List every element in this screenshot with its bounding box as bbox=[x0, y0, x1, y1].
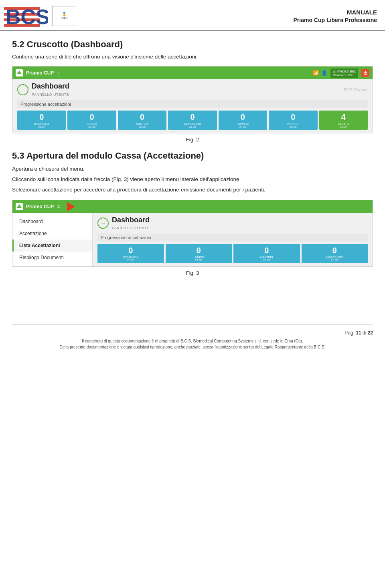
logo-area: BCS 🏅 I.Net bbox=[4, 4, 76, 28]
tile-number: 0 bbox=[90, 113, 94, 121]
svg-marker-6 bbox=[17, 70, 22, 74]
section-53-para2: Cliccando sull'icona indicata dalla frec… bbox=[12, 175, 373, 183]
day-tile: 4 SABATO 26.09 bbox=[319, 111, 368, 130]
tile-number: 0 bbox=[264, 246, 269, 254]
dashboard-header-2: → Dashboard PANNELLO UTENTE bbox=[97, 216, 368, 231]
page-content: 5.2 Cruscotto (Dashboard) Contiene una s… bbox=[0, 31, 385, 316]
footer-legal: Il contenuto di questa documentazione è … bbox=[12, 338, 373, 350]
legal-line-2: Della presente documentazione è vietata … bbox=[12, 344, 373, 350]
dashboard-title-1: Dashboard bbox=[32, 83, 69, 91]
tile-day: LUNEDÌ bbox=[193, 256, 204, 259]
logout-button-1[interactable]: ⏻ bbox=[361, 69, 369, 77]
page-footer: Pag. 11 di 22 Il contenuto di questa doc… bbox=[0, 328, 385, 353]
app-mockup-fig3: Priamo CUP ≡ DashboardAccettazioneLista … bbox=[12, 200, 373, 267]
tile-date: 25.09 bbox=[290, 125, 297, 128]
day-tile: 0 LUNEDÌ 21.09 bbox=[67, 111, 116, 130]
app-main-2: → Dashboard PANNELLO UTENTE Progressione… bbox=[93, 213, 373, 267]
header-manuale: MANUALE bbox=[294, 8, 377, 16]
prog-label-1: Progressione accettazioni bbox=[17, 100, 368, 108]
app-body-1: → Dashboard PANNELLO UTENTE BCS Priamo P… bbox=[12, 79, 373, 133]
tile-day: MERCOLEDÌ bbox=[184, 123, 201, 125]
day-tile: 0 MARTEDÌ 22.09 bbox=[118, 111, 166, 130]
tile-day: VENERDÌ bbox=[287, 123, 299, 125]
sidebar-menu-item[interactable]: Riepilogo Documenti bbox=[12, 252, 92, 264]
app-topbar-1: Priamo CUP ≡ 📶 👤 w. medico test BSA-WS-U… bbox=[12, 66, 373, 79]
header-subtitle: Priamo Cup Libera Professione bbox=[294, 16, 377, 24]
dashboard-title-block-1: → Dashboard PANNELLO UTENTE bbox=[17, 83, 69, 97]
tile-day: MARTEDÌ bbox=[136, 123, 148, 125]
app-sidebar-2: DashboardAccettazioneLista AccettazioniR… bbox=[12, 213, 93, 267]
section-53-para1: Apertura e chiusura del menu. bbox=[12, 165, 373, 173]
topbar-brand-1: Priamo CUP bbox=[26, 70, 54, 76]
wifi-icon: 📶 bbox=[313, 70, 319, 76]
page-current: 11 bbox=[356, 330, 361, 336]
day-tile: 0 LUNEDÌ 21.09 bbox=[166, 244, 232, 263]
section-53-heading: 5.3 Apertura del modulo Cassa (Accettazi… bbox=[12, 151, 373, 161]
user-sub-1: BSA-WS-UP2 bbox=[333, 73, 356, 77]
tile-date: 26.09 bbox=[38, 125, 45, 128]
tile-number: 0 bbox=[39, 113, 44, 121]
cert-label: I.Net bbox=[61, 16, 67, 20]
tile-date: 26.09 bbox=[340, 125, 347, 128]
page-sep: di bbox=[363, 330, 366, 336]
tile-number: 0 bbox=[291, 113, 295, 121]
dashboard-subtitle-2: PANNELLO UTENTE bbox=[112, 226, 149, 230]
section-52-heading: 5.2 Cruscotto (Dashboard) bbox=[12, 39, 373, 50]
sidebar-menu-item[interactable]: Accettazione bbox=[12, 228, 92, 240]
svg-marker-7 bbox=[17, 204, 22, 208]
tile-day: MERCOLEDÌ bbox=[326, 256, 343, 259]
sidebar-menu-item[interactable]: Lista Accettazioni bbox=[12, 240, 92, 252]
dashboard-text-1: Dashboard PANNELLO UTENTE bbox=[32, 83, 69, 97]
topbar-icons-1: 📶 👤 bbox=[313, 70, 327, 76]
brand-icon-1 bbox=[16, 69, 23, 77]
footer-separator bbox=[12, 324, 373, 324]
day-tile: 0 DOMENICA 26.09 bbox=[17, 111, 66, 130]
page-header: BCS 🏅 I.Net MANUALE Priamo Cup Libera Pr… bbox=[0, 0, 385, 31]
brand-icon-2 bbox=[16, 203, 23, 210]
tile-day: DOMENICA bbox=[123, 256, 138, 259]
topbar-left-2: Priamo CUP ≡ bbox=[16, 202, 83, 211]
topbar-right-1: 📶 👤 w. medico test BSA-WS-UP2 ⏻ bbox=[313, 68, 369, 78]
tile-day: MARTEDÌ bbox=[260, 256, 273, 259]
tile-number: 0 bbox=[197, 246, 201, 254]
day-tile: 0 MERCOLEDÌ 23.09 bbox=[302, 244, 368, 263]
header-title: MANUALE Priamo Cup Libera Professione bbox=[294, 8, 377, 24]
tile-day: SABATO bbox=[338, 123, 349, 125]
dashboard-circle-icon-2: → bbox=[97, 217, 109, 229]
dashboard-title-2: Dashboard bbox=[112, 216, 150, 224]
dashboard-header-1: → Dashboard PANNELLO UTENTE BCS Priamo bbox=[17, 83, 368, 97]
tile-number: 0 bbox=[241, 113, 245, 121]
dashboard-text-2: Dashboard PANNELLO UTENTE bbox=[112, 216, 150, 231]
fig2-caption: Fig. 2 bbox=[12, 137, 373, 143]
tile-number: 0 bbox=[190, 113, 195, 121]
section-52-intro: Contiene una serie di tile che offrono u… bbox=[12, 54, 373, 60]
tile-date: 22.09 bbox=[139, 125, 146, 128]
tile-date: 22.09 bbox=[263, 259, 270, 262]
day-tiles-1: 0 DOMENICA 26.09 0 LUNEDÌ 21.09 0 MARTED… bbox=[17, 111, 368, 130]
hamburger-icon-1[interactable]: ≡ bbox=[57, 70, 60, 76]
app-topbar-2: Priamo CUP ≡ bbox=[12, 200, 373, 213]
bcs-logo: BCS bbox=[4, 4, 48, 28]
page-total: 22 bbox=[368, 330, 373, 336]
dashboard-title-block-2: → Dashboard PANNELLO UTENTE bbox=[97, 216, 150, 231]
day-tiles-2: 0 DOMENICA 20.09 0 LUNEDÌ 21.09 0 MARTED… bbox=[97, 244, 368, 263]
person-icon: 👤 bbox=[321, 70, 327, 76]
dashboard-subtitle-1: PANNELLO UTENTE bbox=[32, 93, 69, 97]
tile-date: 20.09 bbox=[127, 259, 134, 262]
hamburger-icon-2[interactable]: ≡ bbox=[57, 203, 60, 210]
day-tile: 0 DOMENICA 20.09 bbox=[97, 244, 164, 263]
tile-number: 0 bbox=[128, 246, 133, 254]
bcs-label-1: BCS Priamo bbox=[343, 87, 368, 92]
tile-number: 4 bbox=[341, 113, 346, 121]
tile-date: 23.09 bbox=[331, 259, 338, 262]
sidebar-menu-item[interactable]: Dashboard bbox=[12, 215, 92, 228]
tile-date: 21.09 bbox=[88, 125, 95, 128]
tile-number: 0 bbox=[332, 246, 337, 254]
user-name-1: w. medico test bbox=[333, 69, 356, 73]
legal-line-1: Il contenuto di questa documentazione è … bbox=[12, 338, 373, 344]
sidebar-menu-2: DashboardAccettazioneLista AccettazioniR… bbox=[12, 213, 92, 266]
day-tile: 0 GIOVEDÌ 24.09 bbox=[219, 111, 267, 130]
section-53-para3: Selezionare accettazione per accedere al… bbox=[12, 186, 373, 194]
day-tile: 0 MERCOLEDÌ 23.09 bbox=[168, 111, 217, 130]
day-tile: 0 VENERDÌ 25.09 bbox=[269, 111, 317, 130]
